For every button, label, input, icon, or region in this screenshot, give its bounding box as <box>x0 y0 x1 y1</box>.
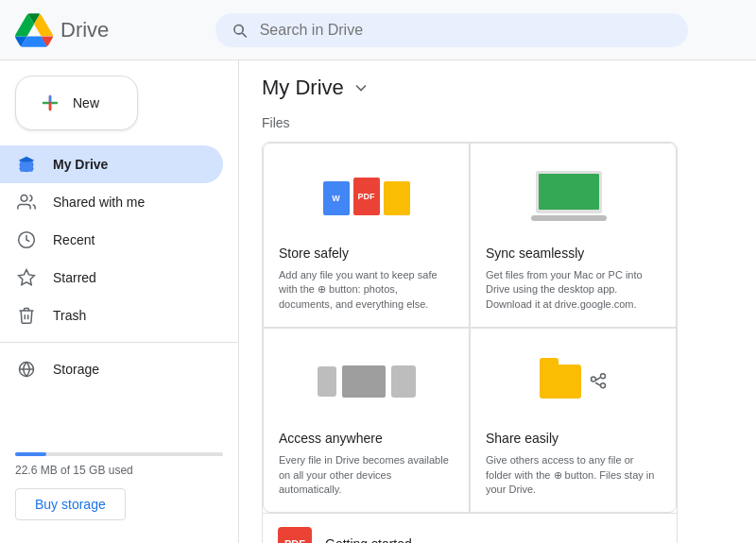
svg-marker-8 <box>19 270 35 285</box>
storage-bar-fill <box>15 452 46 456</box>
laptop-shape <box>342 365 386 398</box>
storage-icon <box>15 358 38 381</box>
main-header: My Drive <box>262 76 733 100</box>
getting-started-row[interactable]: PDF Getting started <box>263 513 677 543</box>
share-easily-title: Share easily <box>486 431 661 446</box>
sidebar-item-shared-with-me[interactable]: Shared with me <box>0 183 223 221</box>
sync-illustration <box>486 159 661 234</box>
card-share-easily: Share easily Give others access to any f… <box>471 329 676 512</box>
doc-icon-yellow <box>384 181 410 215</box>
doc-icon-red: PDF <box>353 178 380 215</box>
new-button[interactable]: New <box>15 76 138 130</box>
my-drive-icon <box>15 153 38 176</box>
main-content: My Drive Files W PDF Store sa <box>239 60 756 543</box>
cards-grid: W PDF Store safely Add any file you want… <box>263 143 677 513</box>
sidebar-item-starred[interactable]: Starred <box>0 259 223 297</box>
share-arrow <box>589 372 608 391</box>
store-safely-title: Store safely <box>279 246 454 261</box>
svg-rect-10 <box>539 174 599 210</box>
laptop-svg <box>531 166 616 228</box>
access-anywhere-desc: Every file in Drive becomes available on… <box>279 453 454 497</box>
svg-rect-5 <box>20 162 32 172</box>
doc-icon-blue: W <box>323 181 350 215</box>
sidebar: New My Drive <box>0 60 239 543</box>
svg-rect-11 <box>531 215 607 221</box>
sidebar-item-trash[interactable]: Trash <box>0 297 223 334</box>
access-anywhere-title: Access anywhere <box>279 431 454 446</box>
files-section-label: Files <box>262 115 733 130</box>
chevron-down-icon[interactable] <box>352 78 370 97</box>
storage-section: 22.6 MB of 15 GB used Buy storage <box>0 437 238 535</box>
share-easily-desc: Give others access to any file or folder… <box>486 453 661 497</box>
sidebar-item-my-drive[interactable]: My Drive <box>0 145 223 183</box>
drive-logo-icon <box>15 11 53 49</box>
devices-illustration <box>318 365 416 398</box>
folder-shape <box>540 365 581 399</box>
getting-started-label: Getting started <box>325 536 412 543</box>
suggestion-cards-container: W PDF Store safely Add any file you want… <box>262 142 678 543</box>
phone-shape <box>318 366 336 397</box>
search-bar[interactable] <box>215 13 688 47</box>
storage-used-text: 22.6 MB of 15 GB used <box>15 464 223 477</box>
sidebar-item-starred-label: Starred <box>53 270 96 285</box>
page-title: My Drive <box>262 76 344 100</box>
access-illustration <box>279 344 454 419</box>
share-illustration <box>486 344 661 419</box>
new-button-label: New <box>73 95 99 110</box>
sidebar-item-recent-label: Recent <box>53 232 94 247</box>
search-input[interactable] <box>260 22 673 39</box>
sync-seamlessly-desc: Get files from your Mac or PC into Drive… <box>486 268 661 312</box>
sidebar-divider <box>0 342 238 343</box>
card-sync-seamlessly: Sync seamlessly Get files from your Mac … <box>471 144 676 327</box>
store-safely-illustration: W PDF <box>279 159 454 234</box>
tablet-shape <box>391 365 416 398</box>
card-store-safely: W PDF Store safely Add any file you want… <box>264 144 469 327</box>
sidebar-item-my-drive-label: My Drive <box>53 157 108 172</box>
sidebar-item-storage-label: Storage <box>53 362 99 377</box>
storage-bar-background <box>15 452 223 456</box>
app-title: Drive <box>60 18 109 42</box>
search-icon <box>231 21 249 40</box>
sidebar-item-shared-label: Shared with me <box>53 195 145 210</box>
logo-area: Drive <box>15 11 204 49</box>
sidebar-item-storage[interactable]: Storage <box>0 350 223 388</box>
trash-icon <box>15 304 38 327</box>
svg-point-6 <box>21 195 27 202</box>
plus-icon <box>39 92 61 114</box>
buy-storage-button[interactable]: Buy storage <box>15 488 126 520</box>
star-icon <box>15 266 38 289</box>
app-header: Drive <box>0 0 756 60</box>
card-access-anywhere: Access anywhere Every file in Drive beco… <box>264 329 469 512</box>
clock-icon <box>15 229 38 251</box>
pdf-icon: PDF <box>278 527 312 543</box>
app-body: New My Drive <box>0 60 756 543</box>
sync-seamlessly-title: Sync seamlessly <box>486 246 661 261</box>
store-safely-desc: Add any file you want to keep safe with … <box>279 268 454 312</box>
sidebar-item-trash-label: Trash <box>53 308 86 323</box>
people-icon <box>15 191 38 213</box>
sidebar-item-recent[interactable]: Recent <box>0 221 223 259</box>
